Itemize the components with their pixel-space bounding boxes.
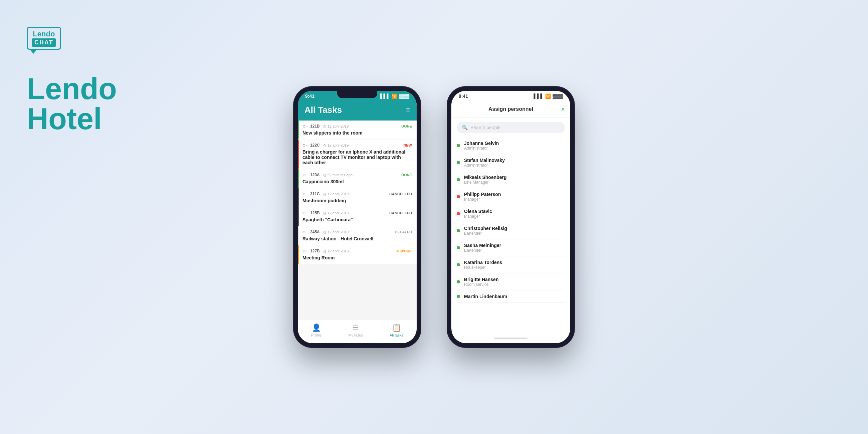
search-bar[interactable]: 🔍 Search people: [457, 122, 565, 133]
menu-icon[interactable]: ≡: [406, 106, 410, 114]
task-meta-left: ⊙→ 123A ◷ 59 minutes ago: [303, 173, 352, 177]
personnel-list: Johanna Gelvin Administrator Stefan Mali…: [452, 137, 570, 335]
task-status: DONE: [401, 173, 412, 177]
person-item[interactable]: Christopher Reilsig Bartender: [457, 222, 565, 239]
signal-icon: ▌▌▌: [380, 93, 390, 99]
modal-title: Assign personnel: [488, 106, 533, 112]
bottom-nav: 👤 Profile ☰ My tasks 📋 All tasks: [298, 320, 416, 343]
person-item[interactable]: Martin Lindenbaum: [457, 290, 565, 303]
person-name: Sasha Meininger: [464, 243, 565, 248]
person-item[interactable]: Olena Stavic Manager: [457, 205, 565, 222]
person-status-dot: [457, 178, 460, 181]
logo-badge: Lendo CHAT: [27, 27, 61, 50]
task-meta: ⊙→ 311C ◷ 12 april 2019 CANCELLED: [303, 192, 412, 196]
person-item[interactable]: Katarina Tordens Houskeeper: [457, 256, 565, 273]
person-role: Bartender: [464, 248, 565, 253]
person-status-dot: [457, 295, 460, 298]
task-title: Railway station - Hotel Cronwell: [303, 236, 412, 241]
nav-label: All tasks: [390, 333, 403, 337]
task-item[interactable]: ⊙→ 245A ◷ 12 april 2019 DELAYED Railway …: [298, 226, 416, 245]
person-info: Katarina Tordens Houskeeper: [464, 260, 565, 270]
all-tasks-header: All Tasks ≡: [298, 101, 416, 121]
wifi-icon: 🛜: [392, 93, 397, 99]
person-info: Sasha Meininger Bartender: [464, 243, 565, 253]
nav-item[interactable]: 👤 Profile: [311, 323, 321, 337]
person-name: Olena Stavic: [464, 209, 565, 214]
person-status-dot: [457, 144, 460, 147]
close-button[interactable]: ×: [561, 105, 565, 113]
status-time-2: 9:41: [459, 93, 468, 99]
logo-top: Lendo: [33, 30, 55, 38]
task-title: Spaghetti "Carbonara": [303, 217, 412, 222]
home-bar-container: [452, 335, 570, 343]
person-info: Olena Stavic Manager: [464, 209, 565, 219]
wifi-icon-2: 🛜: [545, 93, 551, 99]
person-item[interactable]: Stefan Malinovsky Administrator: [457, 154, 565, 171]
person-name: Katarina Tordens: [464, 260, 565, 265]
person-item[interactable]: Mikaels Shoenberg Line Manager: [457, 171, 565, 188]
task-status: DONE: [401, 124, 412, 128]
task-time: ◷ 12 april 2019: [323, 143, 349, 148]
task-item[interactable]: ⊙→ 123A ◷ 59 minutes ago DONE Cappuccino…: [298, 169, 416, 188]
nav-icon: 👤: [312, 323, 321, 332]
person-item[interactable]: Brigitte Hansen Room service: [457, 273, 565, 290]
battery-icon-2: ▓▓▓: [553, 93, 563, 99]
task-meta: ⊙→ 245A ◷ 12 april 2019 DELAYED: [303, 230, 412, 235]
task-title: New slippers into the room: [303, 130, 412, 135]
notch1: [337, 91, 377, 98]
task-item[interactable]: ⊙→ 122C ◷ 12 april 2019 NEW Bring a char…: [298, 140, 416, 168]
task-item[interactable]: ⊙→ 125B ◷ 12 april 2019 CANCELLED Spaghe…: [298, 207, 416, 226]
person-item[interactable]: Sasha Meininger Bartender: [457, 239, 565, 256]
all-tasks-title: All Tasks: [305, 105, 342, 115]
phone1-inner: 9:41 ▌▌▌ 🛜 ▓▓▓ All Tasks ≡ ⊙→ 121B ◷ 12: [298, 91, 416, 343]
brand-title: Lendo Hotel: [27, 74, 117, 134]
person-info: Christopher Reilsig Bartender: [464, 226, 565, 236]
person-info: Brigitte Hansen Room service: [464, 277, 565, 287]
page-container: Lendo CHAT Lendo Hotel 9:41 ▌▌▌ 🛜 ▓▓▓: [0, 0, 868, 434]
nav-icon: 📋: [392, 323, 401, 332]
status-icons-1: ▌▌▌ 🛜 ▓▓▓: [380, 93, 409, 99]
task-time: ◷ 12 april 2019: [323, 230, 349, 235]
task-title: Meeting Room: [303, 255, 412, 260]
status-time-1: 9:41: [305, 93, 314, 99]
task-time: ◷ 59 minutes ago: [323, 173, 352, 177]
person-status-dot: [457, 280, 460, 283]
task-item[interactable]: ⊙→ 127B ◷ 12 april 2019 IN WORK Meeting …: [298, 245, 416, 264]
phone2-inner: 9:41 ▌▌▌ 🛜 ▓▓▓ Assign personnel × 🔍 Sear…: [452, 91, 570, 343]
task-status: DELAYED: [395, 230, 412, 234]
task-item[interactable]: ⊙→ 311C ◷ 12 april 2019 CANCELLED Mushro…: [298, 188, 416, 207]
search-icon: 🔍: [462, 125, 468, 130]
person-info: Johanna Gelvin Administrator: [464, 141, 565, 151]
nav-item[interactable]: 📋 All tasks: [390, 323, 403, 337]
person-name: Johanna Gelvin: [464, 141, 565, 146]
task-meta-left: ⊙→ 245A ◷ 12 april 2019: [303, 230, 348, 235]
brand-title-line1: Lendo: [27, 74, 117, 104]
battery-icon: ▓▓▓: [399, 93, 409, 99]
person-item[interactable]: Philipp Paterson Manager: [457, 188, 565, 205]
person-item[interactable]: Johanna Gelvin Administrator: [457, 137, 565, 154]
search-placeholder: Search people: [470, 125, 500, 130]
task-meta-left: ⊙→ 127B ◷ 12 april 2019: [303, 249, 348, 253]
task-title: Bring a charger for an Iphone X and addi…: [303, 149, 412, 165]
task-meta-left: ⊙→ 122C ◷ 12 april 2019: [303, 143, 348, 148]
person-info: Mikaels Shoenberg Line Manager: [464, 175, 565, 185]
nav-icon: ☰: [352, 323, 359, 332]
phones-wrapper: 9:41 ▌▌▌ 🛜 ▓▓▓ All Tasks ≡ ⊙→ 121B ◷ 12: [294, 87, 574, 347]
person-status-dot: [457, 161, 460, 164]
person-name: Mikaels Shoenberg: [464, 175, 565, 180]
signal-icon-2: ▌▌▌: [534, 93, 544, 99]
person-role: Room service: [464, 282, 565, 287]
nav-item[interactable]: ☰ My tasks: [348, 323, 363, 337]
status-icons-2: ▌▌▌ 🛜 ▓▓▓: [534, 93, 563, 99]
person-status-dot: [457, 246, 460, 249]
task-meta: ⊙→ 122C ◷ 12 april 2019 NEW: [303, 143, 412, 148]
person-role: Manager: [464, 214, 565, 219]
task-status: NEW: [403, 143, 412, 147]
task-item[interactable]: ⊙→ 121B ◷ 12 april 2019 DONE New slipper…: [298, 121, 416, 139]
task-room: ⊙→ 121B: [303, 124, 320, 128]
task-meta: ⊙→ 121B ◷ 12 april 2019 DONE: [303, 124, 412, 128]
notch2: [491, 91, 531, 98]
task-status: CANCELLED: [389, 192, 412, 196]
person-status-dot: [457, 229, 460, 232]
nav-label: Profile: [311, 333, 321, 337]
